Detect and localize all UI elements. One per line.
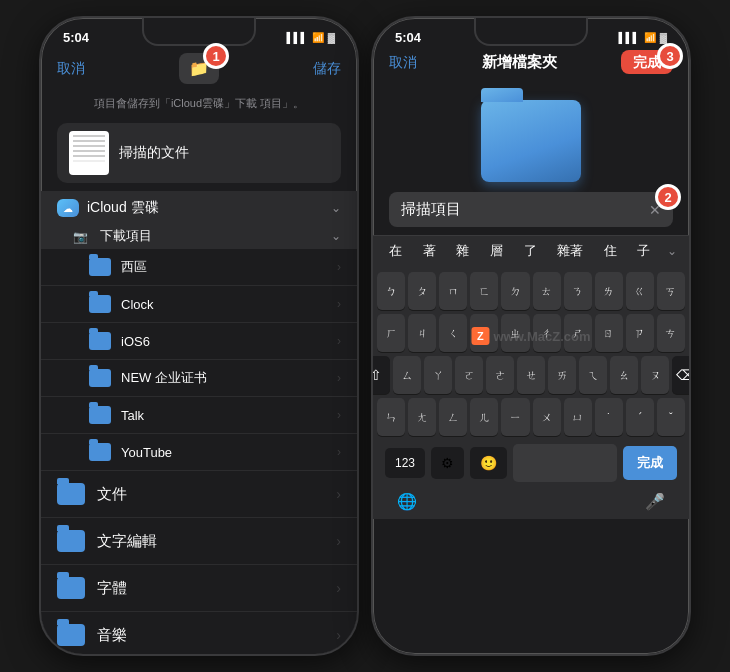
kb-key-ㄐ[interactable]: ㄐ [408,314,436,352]
kb-key-ㄨ[interactable]: ㄨ [533,398,561,436]
kb-space-key[interactable] [513,444,617,482]
nav-bar-2: 取消 新增檔案夾 完成 3 [373,49,689,80]
kb-key-ㄩ[interactable]: ㄩ [564,398,592,436]
kb-key-ㄜ[interactable]: ㄜ [486,356,514,394]
main-chevron-1: › [336,533,341,549]
battery-icon-1: ▓ [328,32,335,43]
kb-key-ㄓ[interactable]: ㄓ [501,314,529,352]
kb-delete-key[interactable]: ⌫ [672,356,691,394]
kb-emoji-button[interactable]: 🙂 [470,447,507,479]
kb-key-ㄉ[interactable]: ㄉ [501,272,529,310]
downloads-subsection[interactable]: 📷 下載項目 ⌄ [41,221,357,249]
candidate-7[interactable]: 子 [633,242,654,260]
file-item-3[interactable]: NEW 企业证书 › [41,360,357,397]
folder-name-input[interactable]: 掃描項目 ✕ [389,192,673,227]
main-chevron-0: › [336,486,341,502]
kb-key-dot[interactable]: ˙ [595,398,623,436]
kb-gear-button[interactable]: ⚙ [431,447,464,479]
folder-icon-1 [89,295,111,313]
icloud-label: iCloud 雲碟 [87,199,159,217]
folder-icon-3 [89,369,111,387]
kb-key-ㄤ[interactable]: ㄤ [408,398,436,436]
main-file-item-0[interactable]: 文件 › [41,471,357,518]
kb-key-tone3[interactable]: ˇ [657,398,685,436]
kb-key-ㄚ[interactable]: ㄚ [424,356,452,394]
kb-mic-button[interactable]: 🎤 [645,492,665,511]
kb-key-ㄝ[interactable]: ㄝ [517,356,545,394]
icloud-section-header[interactable]: ☁ iCloud 雲碟 ⌄ [41,191,357,221]
kb-row-3: ⇧ ㄙ ㄚ ㄛ ㄜ ㄝ ㄞ ㄟ ㄠ ㄡ ⌫ [377,356,685,394]
kb-key-ㄣ[interactable]: ㄣ [377,398,405,436]
file-item-2[interactable]: iOS6 › [41,323,357,360]
candidate-0[interactable]: 在 [385,242,406,260]
main-chevron-2: › [336,580,341,596]
file-item-0[interactable]: 西區 › [41,249,357,286]
cancel-button-1[interactable]: 取消 [57,60,85,78]
kb-key-ㄞ[interactable]: ㄞ [548,356,576,394]
kb-key-ㄎ[interactable]: ㄎ [657,272,685,310]
candidate-2[interactable]: 雜 [452,242,473,260]
save-button-1[interactable]: 儲存 [313,60,341,78]
main-folder-icon-3 [57,624,85,646]
kb-key-ㄕ[interactable]: ㄕ [564,314,592,352]
file-item-4[interactable]: Talk › [41,397,357,434]
kb-123-button[interactable]: 123 [385,448,425,478]
kb-key-ㄏ[interactable]: ㄏ [377,314,405,352]
time-1: 5:04 [63,30,89,45]
file-item-1[interactable]: Clock › [41,286,357,323]
kb-key-ㄈ[interactable]: ㄈ [470,272,498,310]
icloud-chevron: ⌄ [331,201,341,215]
kb-key-ㄠ[interactable]: ㄠ [610,356,638,394]
folder-icon-4 [89,406,111,424]
signal-icon-2: ▌▌▌ [618,32,639,43]
kb-key-ㄅ[interactable]: ㄅ [377,272,405,310]
candidate-3[interactable]: 層 [486,242,507,260]
kb-key-ㄆ[interactable]: ㄆ [408,272,436,310]
main-folder-icon-0 [57,483,85,505]
kb-key-ㄦ[interactable]: ㄦ [470,398,498,436]
icloud-icon: ☁ [57,199,79,217]
kb-key-ㄙ[interactable]: ㄙ [393,356,421,394]
kb-key-ㄔ[interactable]: ㄔ [533,314,561,352]
candidate-4[interactable]: 了 [520,242,541,260]
kb-key-ㄥ[interactable]: ㄥ [439,398,467,436]
kb-key-ㄍ[interactable]: ㄍ [626,272,654,310]
kb-bottom-row: 123 ⚙ 🙂 完成 [377,440,685,486]
kb-key-ㄗ[interactable]: ㄗ [626,314,654,352]
candidate-bar: 在 著 雜 層 了 雜著 住 子 ⌄ [373,235,689,266]
kb-key-ㄘ[interactable]: ㄘ [657,314,685,352]
scanned-doc-row: 掃描的文件 [57,123,341,183]
kb-globe-button[interactable]: 🌐 [397,492,417,511]
kb-row-2: ㄏ ㄐ ㄑ ㄒ ㄓ ㄔ ㄕ ㄖ ㄗ ㄘ [377,314,685,352]
candidate-expand-icon[interactable]: ⌄ [667,244,677,258]
main-file-item-2[interactable]: 字體 › [41,565,357,612]
new-folder-title: 新增檔案夾 [482,53,557,72]
kb-globe-mic-row: 🌐 🎤 [377,486,685,515]
candidate-5[interactable]: 雜著 [553,242,587,260]
kb-key-tone2[interactable]: ˊ [626,398,654,436]
kb-key-ㄇ[interactable]: ㄇ [439,272,467,310]
kb-shift-key[interactable]: ⇧ [371,356,390,394]
kb-key-ㄧ[interactable]: ㄧ [501,398,529,436]
status-icons-1: ▌▌▌ 📶 ▓ [286,32,335,43]
candidate-6[interactable]: 住 [600,242,621,260]
kb-key-ㄟ[interactable]: ㄟ [579,356,607,394]
kb-key-ㄡ[interactable]: ㄡ [641,356,669,394]
kb-key-ㄌ[interactable]: ㄌ [595,272,623,310]
file-item-5[interactable]: YouTube › [41,434,357,471]
kb-key-ㄛ[interactable]: ㄛ [455,356,483,394]
main-file-item-1[interactable]: 文字編輯 › [41,518,357,565]
kb-done-button[interactable]: 完成 [623,446,677,480]
kb-key-ㄒ[interactable]: ㄒ [470,314,498,352]
file-chevron-0: › [337,260,341,274]
file-name-5: YouTube [121,445,172,460]
kb-key-ㄋ[interactable]: ㄋ [564,272,592,310]
doc-icon [69,131,109,175]
candidate-1[interactable]: 著 [419,242,440,260]
kb-key-ㄖ[interactable]: ㄖ [595,314,623,352]
cancel-button-2[interactable]: 取消 [389,54,417,72]
kb-key-ㄑ[interactable]: ㄑ [439,314,467,352]
main-file-name-0: 文件 [97,485,127,504]
main-file-item-3[interactable]: 音樂 › [41,612,357,656]
kb-key-ㄊ[interactable]: ㄊ [533,272,561,310]
